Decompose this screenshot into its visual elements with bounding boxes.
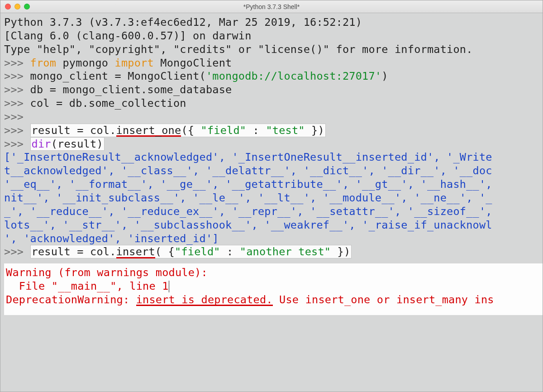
code-text: result = col. <box>32 245 116 258</box>
dir-output-line: '__eq__', '__format__', '__ge__', '__get… <box>4 178 492 191</box>
builtin-dir: dir <box>32 138 51 150</box>
dir-output-line: ['_InsertOneResult__acknowledged', '_Ins… <box>4 151 492 163</box>
code-text: : <box>220 245 240 258</box>
warning-line: Warning (from warnings module): <box>6 266 208 279</box>
idle-window: *Python 3.7.3 Shell* Python 3.7.3 (v3.7.… <box>0 0 543 392</box>
code-text: MongoClient <box>154 57 232 69</box>
banner-line-1: Python 3.7.3 (v3.7.3:ef4ec6ed12, Mar 25 … <box>4 16 368 29</box>
underline-deprecated: insert is deprecated. <box>136 295 273 306</box>
prompt: >>> <box>4 138 30 150</box>
code-text: }) <box>331 245 350 258</box>
string-literal: "test" <box>266 124 305 137</box>
warning-line-suffix: Use insert_one or insert_many ins <box>273 293 494 306</box>
string-literal: "another test" <box>240 245 331 258</box>
prompt: >>> <box>4 245 30 258</box>
warning-block: Warning (from warnings module): File "__… <box>4 263 543 315</box>
keyword-from: from <box>30 57 57 69</box>
dir-output-line: _', '__reduce__', '__reduce_ex__', '__re… <box>4 205 492 218</box>
prompt: >>> <box>4 124 30 137</box>
warning-line: File "__main__", line 1 <box>6 280 169 292</box>
dir-output-line: lots__', '__str__', '__subclasshook__', … <box>4 219 492 231</box>
highlighted-line-insert-one: result = col.insert_one({ "field" : "tes… <box>30 124 326 137</box>
string-literal: "field" <box>175 245 220 258</box>
window-title: *Python 3.7.3 Shell* <box>0 3 543 10</box>
code-text: }) <box>305 124 324 137</box>
string-literal: "field" <box>201 124 247 137</box>
titlebar: *Python 3.7.3 Shell* <box>0 0 543 13</box>
code-text: : <box>246 124 266 137</box>
dir-output-line: ', 'acknowledged', 'inserted_id'] <box>4 232 219 245</box>
dir-output-line: t__acknowledged', '__class__', '__delatt… <box>4 164 492 177</box>
code-text: pymongo <box>56 57 114 69</box>
underline-insert: insert <box>116 247 155 258</box>
keyword-import: import <box>115 57 154 69</box>
code-text: ({ <box>181 124 200 137</box>
shell-content[interactable]: Python 3.7.3 (v3.7.3:ef4ec6ed12, Mar 25 … <box>0 13 543 392</box>
banner-line-3: Type "help", "copyright", "credits" or "… <box>4 43 473 56</box>
code-text: mongo_client = MongoClient( <box>30 70 206 82</box>
prompt: >>> <box>4 70 30 82</box>
warning-line-prefix: DeprecationWarning: <box>6 293 136 306</box>
highlighted-line-insert: result = col.insert( {"field" : "another… <box>30 245 352 258</box>
banner-line-2: [Clang 6.0 (clang-600.0.57)] on darwin <box>4 29 252 42</box>
code-text: ) <box>381 70 388 82</box>
prompt: >>> <box>4 57 30 69</box>
prompt: >>> <box>4 110 30 123</box>
code-text: ( { <box>155 245 175 258</box>
code-text: db = mongo_client.some_database <box>30 83 232 96</box>
underline-insert-one: insert_one <box>116 125 181 137</box>
prompt: >>> <box>4 83 30 96</box>
text-cursor-icon <box>169 281 169 292</box>
code-text: (result) <box>51 138 103 150</box>
code-text: col = db.some_collection <box>30 97 186 110</box>
dir-output-line: nit__', '__init_subclass__', '__le__', '… <box>4 191 492 204</box>
string-literal: 'mongodb://localhost:27017' <box>206 70 381 82</box>
prompt: >>> <box>4 97 30 110</box>
code-text: result = col. <box>32 124 116 137</box>
highlighted-line-dir: dir(result) <box>30 137 105 151</box>
